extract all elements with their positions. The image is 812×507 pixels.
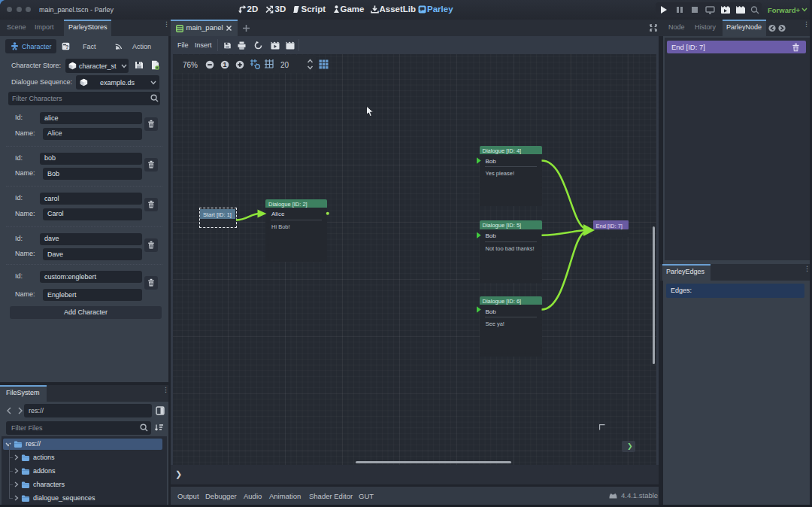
svg-text:?: ? — [65, 44, 68, 50]
svg-text:1: 1 — [223, 61, 226, 68]
